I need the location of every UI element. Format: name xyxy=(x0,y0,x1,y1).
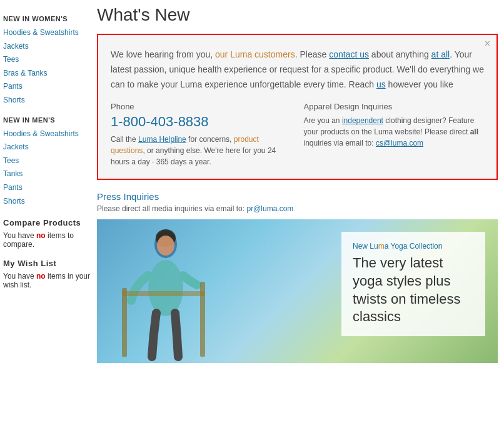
press-text: Please direct all media inquiries via em… xyxy=(97,204,498,213)
contact-box: × We love hearing from you, our Luma cus… xyxy=(97,34,498,180)
contact-us-link[interactable]: contact us xyxy=(329,49,369,59)
compare-heading: Compare Products xyxy=(3,218,91,227)
list-item: Shorts xyxy=(3,195,91,209)
apparel-label: Apparel Design Inquiries xyxy=(304,102,485,111)
yoga-highlight: m xyxy=(378,242,385,251)
apparel-email-link[interactable]: cs@luma.com xyxy=(376,139,423,147)
womens-tees-link[interactable]: Tees xyxy=(3,53,91,67)
contact-columns: Phone 1-800-403-8838 Call the Luma Helpl… xyxy=(111,102,484,167)
list-item: Hoodies & Sweatshirts xyxy=(3,26,91,40)
list-item: Tees xyxy=(3,154,91,168)
womens-shorts-link[interactable]: Shorts xyxy=(3,94,91,107)
mens-hoodies-link[interactable]: Hoodies & Sweatshirts xyxy=(3,127,91,141)
list-item: Hoodies & Sweatshirts xyxy=(3,127,91,141)
list-item: Shorts xyxy=(3,94,91,107)
mens-tanks-link[interactable]: Tanks xyxy=(3,167,91,181)
main-content: What's New × We love hearing from you, o… xyxy=(91,0,504,423)
womens-bras-link[interactable]: Bras & Tanks xyxy=(3,67,91,81)
wishlist-section: My Wish List You have no items in your w… xyxy=(3,259,91,289)
press-section: Press Inquiries Please direct all media … xyxy=(97,191,498,213)
yoga-tag: New Luma Yoga Collection xyxy=(353,242,474,251)
banner-person-image xyxy=(116,226,216,363)
press-heading: Press Inquiries xyxy=(97,191,498,202)
apparel-description: Are you an independent clothing designer… xyxy=(304,115,485,149)
phone-label: Phone xyxy=(111,102,291,111)
compare-text: You have no items to compare. xyxy=(3,231,91,249)
luma-helpline-link[interactable]: Luma Helpline xyxy=(138,135,186,144)
close-button[interactable]: × xyxy=(485,39,490,49)
womens-jackets-link[interactable]: Jackets xyxy=(3,40,91,54)
mens-tees-link[interactable]: Tees xyxy=(3,154,91,168)
reach-us-link[interactable]: us xyxy=(376,79,386,89)
womens-nav: Hoodies & Sweatshirts Jackets Tees Bras … xyxy=(3,26,91,107)
list-item: Jackets xyxy=(3,40,91,54)
list-item: Pants xyxy=(3,181,91,195)
svg-rect-6 xyxy=(122,291,205,296)
compare-products-section: Compare Products You have no items to co… xyxy=(3,218,91,249)
yoga-banner: New Luma Yoga Collection The very latest… xyxy=(97,219,498,363)
contact-intro: We love hearing from you, our Luma custo… xyxy=(111,47,484,92)
list-item: Bras & Tanks xyxy=(3,67,91,81)
press-email-link[interactable]: pr@luma.com xyxy=(246,204,293,213)
svg-point-1 xyxy=(148,260,183,316)
list-item: Pants xyxy=(3,80,91,94)
list-item: Tanks xyxy=(3,167,91,181)
mens-nav: Hoodies & Sweatshirts Jackets Tees Tanks… xyxy=(3,127,91,209)
womens-hoodies-link[interactable]: Hoodies & Sweatshirts xyxy=(3,26,91,40)
list-item: Jackets xyxy=(3,141,91,154)
yoga-heading: The very latest yoga styles plus twists … xyxy=(353,254,474,326)
phone-description: Call the Luma Helpline for concerns, pro… xyxy=(111,134,291,167)
phone-column: Phone 1-800-403-8838 Call the Luma Helpl… xyxy=(111,102,291,167)
mens-jackets-link[interactable]: Jackets xyxy=(3,141,91,154)
phone-number: 1-800-403-8838 xyxy=(111,114,291,130)
mens-pants-link[interactable]: Pants xyxy=(3,181,91,195)
wishlist-heading: My Wish List xyxy=(3,259,91,268)
wishlist-text: You have no items in your wish list. xyxy=(3,272,91,289)
sidebar: NEW IN WOMEN'S Hoodies & Sweatshirts Jac… xyxy=(0,0,91,423)
new-mens-heading: NEW IN MEN'S xyxy=(3,116,91,124)
at-all-link[interactable]: at all xyxy=(431,49,450,59)
yoga-banner-text: New Luma Yoga Collection The very latest… xyxy=(341,232,485,336)
independent-link[interactable]: independent xyxy=(342,116,383,125)
svg-rect-4 xyxy=(122,288,127,357)
list-item: Tees xyxy=(3,53,91,67)
page-title: What's New xyxy=(97,5,498,25)
apparel-column: Apparel Design Inquiries Are you an inde… xyxy=(304,102,485,167)
womens-pants-link[interactable]: Pants xyxy=(3,80,91,94)
new-womens-heading: NEW IN WOMEN'S xyxy=(3,15,91,22)
mens-shorts-link[interactable]: Shorts xyxy=(3,195,91,209)
svg-point-3 xyxy=(157,236,174,256)
